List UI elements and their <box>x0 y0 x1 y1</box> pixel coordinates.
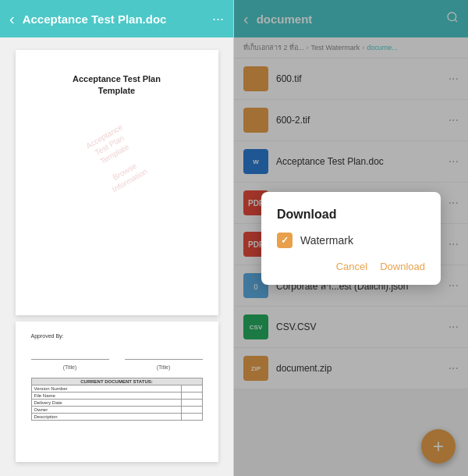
doc-page: Acceptance Test Plan Template Acceptance… <box>16 50 218 315</box>
table-cell: Owner <box>31 407 181 414</box>
approved-by-label: Approved By: <box>31 333 203 339</box>
table-header: CURRENT DOCUMENT STATUS: <box>31 378 202 385</box>
table-cell <box>181 400 202 407</box>
table-cell <box>181 393 202 400</box>
back-icon[interactable]: ‹ <box>9 10 15 28</box>
table-cell <box>181 407 202 414</box>
table-cell <box>181 385 202 393</box>
right-panel: ‹ document ที่เก็บเอกสาร 2 ที่อ... › Tes… <box>234 0 468 476</box>
title-label-2: (Title) <box>125 364 203 370</box>
table-cell: File Name <box>31 393 181 400</box>
table-cell: Version Number <box>31 385 181 393</box>
modal-title: Download <box>277 208 425 222</box>
watermark-checkbox[interactable] <box>277 233 292 248</box>
left-header: ‹ Acceptance Test Plan.doc ··· <box>0 0 233 37</box>
watermark: AcceptanceTest PlanTemplateBrowseInforma… <box>83 122 149 195</box>
modal-option: Watermark <box>277 233 425 248</box>
modal-overlay: Download Watermark Cancel Download <box>234 0 468 476</box>
left-panel: ‹ Acceptance Test Plan.doc ··· Acceptanc… <box>0 0 234 476</box>
title-label-1: (Title) <box>31 364 109 370</box>
table-cell <box>181 414 202 421</box>
download-modal: Download Watermark Cancel Download <box>261 192 441 285</box>
watermark-label: Watermark <box>300 234 353 247</box>
more-icon[interactable]: ··· <box>212 11 224 27</box>
cancel-button[interactable]: Cancel <box>336 261 367 272</box>
signature-line-1 <box>31 350 109 360</box>
signature-line-2 <box>125 350 203 360</box>
status-table: CURRENT DOCUMENT STATUS: Version Number … <box>31 378 203 421</box>
table-cell: Description <box>31 414 181 421</box>
download-button[interactable]: Download <box>380 261 425 272</box>
doc-content: Acceptance Test Plan Template Acceptance… <box>0 37 233 476</box>
doc-title: Acceptance Test Plan Template <box>73 73 161 98</box>
doc-page-bottom: Approved By: (Title) (Title) CURRENT DOC… <box>16 321 218 462</box>
left-panel-title: Acceptance Test Plan.doc <box>23 12 212 26</box>
table-cell: Delivery Date <box>31 400 181 407</box>
modal-actions: Cancel Download <box>277 261 425 272</box>
